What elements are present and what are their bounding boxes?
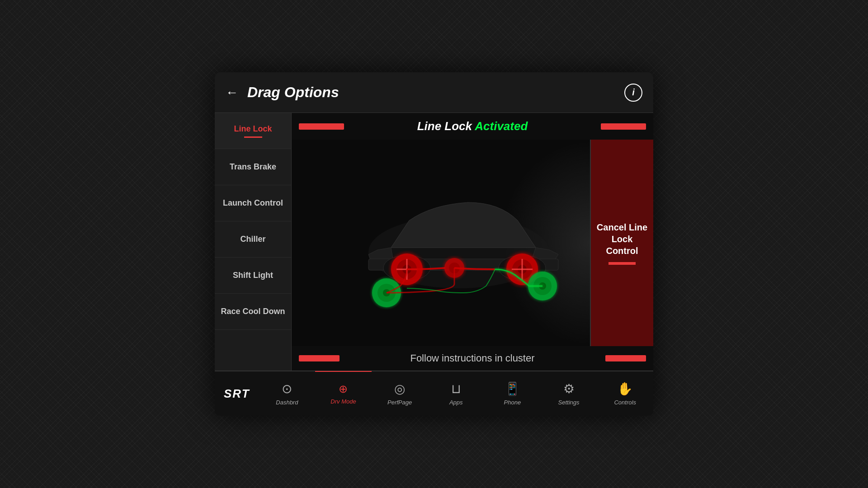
bottom-red-bar-right [605,355,646,361]
perf-page-icon: ◎ [394,381,405,396]
sidebar: Line Lock Trans Brake Launch Control Chi… [215,113,292,371]
status-bar-top: Line Lock Activated [292,113,653,140]
back-button[interactable]: ← [226,85,238,100]
perf-page-label: PerfPage [387,399,412,406]
sidebar-item-launch-control[interactable]: Launch Control [215,185,291,221]
car-svg-container: Cancel Line Lock Control [292,140,653,346]
controls-label: Controls [614,399,636,406]
cancel-button-label: Cancel Line Lock Control [595,221,649,257]
dashbrd-icon: ⊙ [282,381,292,396]
sidebar-item-trans-brake[interactable]: Trans Brake [215,149,291,185]
nav-item-settings[interactable]: ⚙ Settings [541,371,597,416]
activated-label: Activated [475,119,528,133]
nav-item-apps[interactable]: ⊔ Apps [428,371,484,416]
phone-label: Phone [504,399,521,406]
cluster-instruction: Follow instructions in cluster [345,352,600,364]
center-panel: Line Lock Activated [292,113,653,371]
drv-mode-icon: ⊕ [339,383,348,395]
settings-icon: ⚙ [563,381,575,396]
drv-mode-label: Drv Mode [330,398,356,405]
apps-icon: ⊔ [451,381,461,396]
sidebar-item-line-lock[interactable]: Line Lock [215,113,291,149]
car-diagram-svg [328,171,617,315]
nav-item-dashbrd[interactable]: ⊙ Dashbrd [259,371,316,416]
dashbrd-label: Dashbrd [276,399,298,406]
page-title: Drag Options [247,84,624,101]
apps-label: Apps [449,399,463,406]
line-lock-status: Line Lock Activated [349,119,595,133]
cancel-button-indicator [609,262,636,265]
nav-item-phone[interactable]: 📱 Phone [484,371,541,416]
phone-icon: 📱 [505,381,520,396]
nav-item-drv-mode[interactable]: ⊕ Drv Mode [315,371,372,415]
info-button[interactable]: i [624,84,642,102]
status-bar-bottom: Follow instructions in cluster [292,346,653,371]
sidebar-item-race-cool-down[interactable]: Race Cool Down [215,294,291,330]
car-visualization: Cancel Line Lock Control [292,140,653,346]
nav-item-perf-page[interactable]: ◎ PerfPage [372,371,428,416]
sidebar-item-chiller[interactable]: Chiller [215,221,291,258]
cancel-button[interactable]: Cancel Line Lock Control [590,140,653,346]
carbon-background: ← Drag Options i Line Lock Trans Brake L… [0,0,868,488]
bottom-red-bar-left [299,355,340,361]
header: ← Drag Options i [215,72,653,113]
screen-container: ← Drag Options i Line Lock Trans Brake L… [215,72,653,416]
settings-label: Settings [558,399,580,406]
nav-item-controls[interactable]: ✋ Controls [597,371,653,416]
srt-logo: SRT [215,387,259,401]
bottom-navigation: SRT ⊙ Dashbrd ⊕ Drv Mode ◎ PerfPage ⊔ Ap… [215,371,653,416]
sidebar-item-shift-light[interactable]: Shift Light [215,258,291,294]
main-content: Line Lock Trans Brake Launch Control Chi… [215,113,653,371]
controls-icon: ✋ [617,381,633,396]
red-bar-left [299,123,344,130]
red-bar-right [601,123,646,130]
